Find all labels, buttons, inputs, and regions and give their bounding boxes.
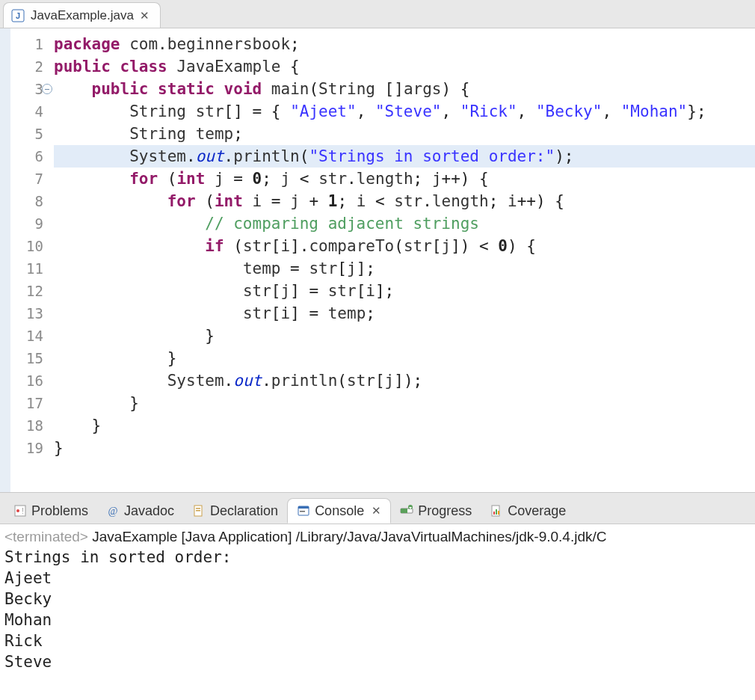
editor-tab-label: JavaExample.java xyxy=(31,8,134,23)
console-launch-info: <terminated> JavaExample [Java Applicati… xyxy=(0,524,755,547)
svg-rect-13 xyxy=(401,509,407,513)
tab-label: Javadoc xyxy=(124,503,174,519)
line-number: 4 xyxy=(10,100,43,123)
coverage-icon xyxy=(490,504,503,518)
console-output[interactable]: Strings in sorted order: Ajeet Becky Moh… xyxy=(0,547,755,677)
line-number: 18 xyxy=(10,414,43,437)
console-icon xyxy=(297,504,310,518)
tab-label: Declaration xyxy=(210,503,278,519)
code-line[interactable]: } xyxy=(54,437,755,459)
code-line[interactable]: System.out.println("Strings in sorted or… xyxy=(54,145,755,168)
code-line[interactable]: str[j] = str[i]; xyxy=(54,280,755,302)
line-number: 5 xyxy=(10,123,43,145)
line-number: 14 xyxy=(10,325,43,347)
line-number: 10 xyxy=(10,235,43,257)
code-area[interactable]: package com.beginnersbook;public class J… xyxy=(46,28,755,492)
tab-javadoc[interactable]: @Javadoc xyxy=(97,498,183,524)
line-number: 15 xyxy=(10,347,43,369)
console-launch-text: JavaExample [Java Application] /Library/… xyxy=(92,529,606,544)
tab-label: Problems xyxy=(31,503,88,519)
console-status: <terminated> xyxy=(4,529,88,544)
line-number: 16 xyxy=(10,369,43,392)
code-line[interactable]: String str[] = { "Ajeet", "Steve", "Rick… xyxy=(54,100,755,123)
editor-tabs: J JavaExample.java ✕ xyxy=(0,0,755,28)
code-line[interactable]: } xyxy=(54,325,755,347)
line-number: 2 xyxy=(10,55,43,78)
line-number: 12 xyxy=(10,280,43,302)
code-editor[interactable]: 12345678910111213141516171819 package co… xyxy=(0,28,755,492)
java-file-icon: J xyxy=(11,9,25,22)
code-line[interactable]: } xyxy=(54,414,755,437)
code-line[interactable]: public class JavaExample { xyxy=(54,55,755,78)
line-number-gutter: 12345678910111213141516171819 xyxy=(10,28,46,492)
line-number: 9 xyxy=(10,212,43,235)
progress-icon xyxy=(400,504,413,518)
svg-rect-17 xyxy=(496,509,497,515)
code-line[interactable]: package com.beginnersbook; xyxy=(54,33,755,55)
editor-tab-javaexample[interactable]: J JavaExample.java ✕ xyxy=(3,2,161,28)
line-number: 6 xyxy=(10,145,43,168)
fold-margin xyxy=(0,28,10,492)
tab-declaration[interactable]: Declaration xyxy=(183,498,287,524)
tab-progress[interactable]: Progress xyxy=(391,498,481,524)
code-line[interactable]: public static void main(String []args) { xyxy=(54,78,755,100)
line-number: 3 xyxy=(10,78,43,100)
svg-text:!: ! xyxy=(22,507,24,515)
code-line[interactable]: str[i] = temp; xyxy=(54,302,755,325)
tab-label: Progress xyxy=(418,503,472,519)
code-line[interactable]: // comparing adjacent strings xyxy=(54,212,755,235)
panel-tabs: !Problems@JavadocDeclarationConsole✕Prog… xyxy=(0,493,755,524)
tab-coverage[interactable]: Coverage xyxy=(481,498,575,524)
javadoc-icon: @ xyxy=(106,504,120,518)
bottom-panel: !Problems@JavadocDeclarationConsole✕Prog… xyxy=(0,492,755,677)
svg-text:J: J xyxy=(16,11,20,20)
svg-rect-11 xyxy=(300,511,305,512)
tab-console[interactable]: Console✕ xyxy=(287,498,391,524)
fold-toggle-icon[interactable] xyxy=(42,84,52,94)
code-line[interactable]: } xyxy=(54,392,755,414)
line-number: 7 xyxy=(10,168,43,190)
line-number: 13 xyxy=(10,302,43,325)
declaration-icon xyxy=(192,504,206,518)
line-number: 11 xyxy=(10,257,43,280)
svg-rect-8 xyxy=(196,510,200,512)
code-line[interactable]: for (int i = j + 1; i < str.length; i++)… xyxy=(54,190,755,212)
svg-rect-7 xyxy=(196,508,200,509)
code-line[interactable]: String temp; xyxy=(54,123,755,145)
svg-rect-16 xyxy=(493,512,495,515)
code-line[interactable]: for (int j = 0; j < str.length; j++) { xyxy=(54,168,755,190)
svg-point-3 xyxy=(16,509,19,512)
tab-label: Console xyxy=(315,503,364,519)
svg-rect-10 xyxy=(298,506,309,509)
code-line[interactable]: System.out.println(str[j]); xyxy=(54,369,755,392)
code-line[interactable]: temp = str[j]; xyxy=(54,257,755,280)
line-number: 1 xyxy=(10,33,43,55)
close-icon[interactable]: ✕ xyxy=(140,9,150,22)
close-icon[interactable]: ✕ xyxy=(372,504,381,518)
tab-problems[interactable]: !Problems xyxy=(4,498,97,524)
code-line[interactable]: if (str[i].compareTo(str[j]) < 0) { xyxy=(54,235,755,257)
svg-text:@: @ xyxy=(108,506,118,517)
line-number: 17 xyxy=(10,392,43,414)
problems-icon: ! xyxy=(13,504,27,518)
svg-rect-18 xyxy=(498,511,499,515)
code-line[interactable]: } xyxy=(54,347,755,369)
line-number: 8 xyxy=(10,190,43,212)
line-number: 19 xyxy=(10,437,43,459)
tab-label: Coverage xyxy=(508,503,566,519)
